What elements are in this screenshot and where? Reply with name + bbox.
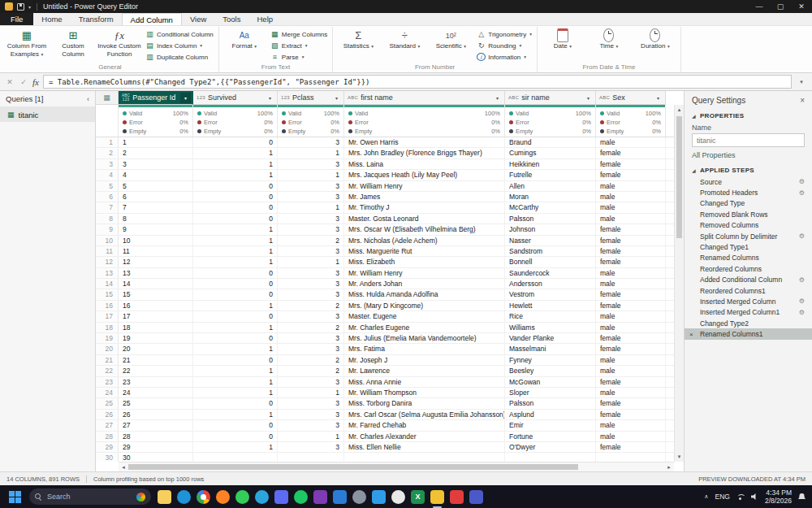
cell[interactable]: Mrs. Carl Oscar (Selma Augusta Emilia Jo…	[344, 410, 505, 419]
cell[interactable]: 3	[278, 268, 344, 278]
cell[interactable]: male	[596, 181, 666, 191]
row-number[interactable]: 1	[96, 137, 119, 147]
cell[interactable]: female	[596, 344, 666, 354]
cell[interactable]: 0	[193, 289, 278, 299]
cell[interactable]: 3	[278, 420, 344, 430]
filter-dropdown-icon[interactable]: ▾	[583, 93, 594, 103]
horizontal-scroll-track[interactable]	[128, 462, 664, 471]
cell[interactable]: female	[596, 257, 666, 267]
query-name-input[interactable]	[692, 133, 805, 147]
cell[interactable]: O'Dwyer	[505, 442, 596, 452]
row-number[interactable]: 27	[96, 420, 119, 430]
cell[interactable]: 1	[193, 224, 278, 234]
firefox-icon[interactable]	[216, 490, 230, 504]
ribbon-tab-transform[interactable]: Transform	[71, 13, 122, 25]
column-header-sex[interactable]: ABCSex▾	[596, 91, 666, 105]
cell[interactable]: Emir	[505, 420, 596, 430]
cell[interactable]: 1	[193, 148, 278, 158]
filter-dropdown-icon[interactable]: ▾	[265, 93, 275, 103]
cell[interactable]: female	[596, 236, 666, 245]
cell[interactable]: male	[596, 137, 666, 147]
save-icon[interactable]	[17, 3, 24, 11]
taskbar-search[interactable]: Search	[29, 488, 151, 505]
table-menu-button[interactable]: ▦	[96, 91, 119, 105]
row-number[interactable]: 3	[96, 159, 119, 169]
vertical-scrollbar[interactable]: ▴ ▾	[674, 105, 684, 462]
cell[interactable]: Sandstrom	[505, 246, 596, 256]
row-number[interactable]: 12	[96, 257, 119, 267]
cell[interactable]: 2	[278, 323, 344, 332]
cell[interactable]: Mrs. (Mary D Kingcome)	[344, 301, 505, 310]
clock[interactable]: 4:34 PM 2/8/2026	[765, 488, 792, 505]
applied-step-added-conditional-column[interactable]: Added Conditional Column⚙	[685, 275, 812, 285]
cell[interactable]: 1	[193, 246, 278, 256]
notification-bell-icon[interactable]	[798, 493, 806, 501]
cell[interactable]: 1	[193, 442, 278, 452]
cell[interactable]: female	[596, 159, 666, 169]
cell[interactable]: 25	[119, 398, 193, 408]
youtube-icon[interactable]	[450, 490, 464, 504]
cell[interactable]: male	[596, 388, 666, 397]
applied-step-reordered-columns1[interactable]: Reordered Columns1	[685, 285, 812, 296]
cell[interactable]: female	[596, 301, 666, 310]
ribbon-tab-add-column[interactable]: Add Column	[122, 13, 182, 25]
cell[interactable]	[505, 453, 596, 462]
cell[interactable]	[596, 453, 666, 462]
scroll-up-arrow-icon[interactable]: ▴	[675, 105, 684, 115]
cell[interactable]: 30	[119, 453, 193, 462]
cell[interactable]: 1	[193, 236, 278, 245]
scroll-right-arrow-icon[interactable]: ▸	[664, 464, 674, 471]
cell[interactable]: Andersson	[505, 279, 596, 289]
cancel-formula-icon[interactable]: ✕	[5, 78, 15, 86]
cell[interactable]: 3	[278, 279, 344, 289]
cell[interactable]: 2	[119, 148, 193, 158]
applied-step-inserted-merged-column1[interactable]: Inserted Merged Column1⚙	[685, 307, 812, 318]
minimize-button[interactable]: —	[749, 0, 770, 13]
horizontal-scrollbar[interactable]: ◂ ▸	[119, 462, 674, 471]
start-button[interactable]	[6, 488, 23, 505]
cell[interactable]: female	[596, 246, 666, 256]
cell[interactable]: Sloper	[505, 388, 596, 397]
teams-icon[interactable]	[469, 490, 483, 504]
applied-step-inserted-merged-column[interactable]: Inserted Merged Column⚙	[685, 296, 812, 306]
cell[interactable]: female	[596, 410, 666, 419]
cell[interactable]: 24	[119, 388, 193, 397]
cell[interactable]: Mr. Joseph J	[344, 355, 505, 365]
cell[interactable]: female	[596, 289, 666, 299]
cell[interactable]: female	[596, 148, 666, 158]
cell[interactable]: Mr. Owen Harris	[344, 137, 505, 147]
cell[interactable]: 4	[119, 170, 193, 180]
index-column-button[interactable]: ▤Index Column▾	[143, 40, 216, 51]
cell[interactable]: Miss. Laina	[344, 159, 505, 169]
trigonometry-button[interactable]: △Trigonometry▾	[474, 28, 534, 40]
cell[interactable]: Palsson	[505, 214, 596, 224]
cell[interactable]: 3	[278, 181, 344, 191]
row-number[interactable]: 23	[96, 377, 119, 387]
cell[interactable]: Williams	[505, 323, 596, 332]
scroll-left-arrow-icon[interactable]: ◂	[119, 464, 128, 471]
cell[interactable]: 1	[193, 410, 278, 419]
row-number[interactable]: 25	[96, 398, 119, 408]
format-button[interactable]: AaFormat ▾	[222, 27, 267, 51]
applied-step-changed-type1[interactable]: Changed Type1	[685, 241, 812, 252]
cell[interactable]: 3	[278, 344, 344, 354]
filter-dropdown-icon[interactable]: ▾	[653, 93, 663, 103]
step-settings-gear-icon[interactable]: ⚙	[799, 178, 805, 185]
cell[interactable]: Mr. Farred Chehab	[344, 420, 505, 430]
cell[interactable]: 0	[193, 333, 278, 343]
cell[interactable]: 1	[193, 323, 278, 332]
cell[interactable]: 29	[119, 442, 193, 452]
cell[interactable]: 18	[119, 323, 193, 332]
delete-step-icon[interactable]: ×	[689, 331, 693, 338]
cell[interactable]: 2	[278, 301, 344, 310]
cell[interactable]: male	[596, 432, 666, 441]
cell[interactable]: 0	[193, 137, 278, 147]
applied-step-split-column-by-delimiter[interactable]: Split Column by Delimiter⚙	[685, 231, 812, 241]
close-button[interactable]: ✕	[791, 0, 812, 13]
cell[interactable]: 0	[193, 202, 278, 212]
cell[interactable]: 1	[278, 148, 344, 158]
row-number[interactable]: 14	[96, 279, 119, 289]
cell[interactable]: female	[596, 224, 666, 234]
cell[interactable]: Mrs. Jacques Heath (Lily May Peel)	[344, 170, 505, 180]
extract-button[interactable]: ▧Extract▾	[268, 40, 330, 51]
